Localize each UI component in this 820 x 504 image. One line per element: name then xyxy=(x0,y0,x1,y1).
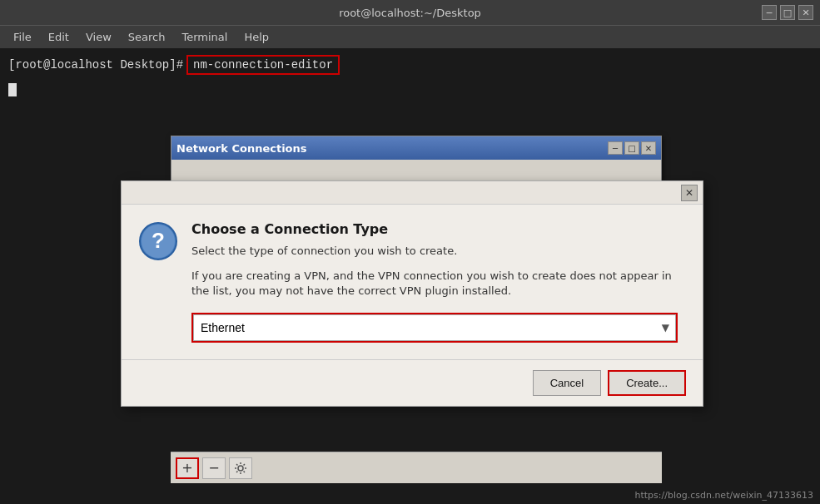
menu-terminal[interactable]: Terminal xyxy=(175,29,234,45)
menu-edit[interactable]: Edit xyxy=(42,29,76,45)
dialog-content: Choose a Connection Type Select the type… xyxy=(191,221,686,343)
connection-type-dropdown-container: Ethernet Wi-Fi Bluetooth DSL Mobile Broa… xyxy=(193,314,676,341)
cancel-button[interactable]: Cancel xyxy=(533,370,601,396)
dialog-description1: Select the type of connection you wish t… xyxy=(191,244,686,259)
dialog-titlebar: ✕ xyxy=(122,181,703,205)
network-minimize-button[interactable]: ─ xyxy=(608,141,623,155)
dialog-title: Choose a Connection Type xyxy=(191,221,686,237)
terminal-cursor xyxy=(8,83,17,96)
network-bottom-toolbar: + − xyxy=(171,452,662,483)
watermark: https://blog.csdn.net/weixin_47133613 xyxy=(634,490,813,501)
network-window-titlebar: Network Connections ─ □ ✕ xyxy=(171,136,661,160)
network-window-title: Network Connections xyxy=(176,142,307,155)
svg-point-3 xyxy=(238,466,243,471)
terminal-close-button[interactable]: ✕ xyxy=(798,5,813,20)
terminal-minimize-button[interactable]: ─ xyxy=(762,5,777,20)
menu-file[interactable]: File xyxy=(7,29,38,45)
terminal-maximize-button[interactable]: □ xyxy=(780,5,795,20)
terminal-prompt-text: [root@localhost Desktop]# xyxy=(8,58,183,72)
terminal-titlebar: root@localhost:~/Desktop ─ □ ✕ xyxy=(0,0,820,25)
menu-view[interactable]: View xyxy=(79,29,118,45)
connection-type-dialog: ✕ ? Choose a Connection Type Select the … xyxy=(121,180,703,407)
terminal-menubar: File Edit View Search Terminal Help xyxy=(0,25,820,48)
terminal-controls: ─ □ ✕ xyxy=(762,5,813,20)
network-close-button[interactable]: ✕ xyxy=(641,141,656,155)
add-connection-button[interactable]: + xyxy=(176,457,199,479)
terminal-prompt-line: [root@localhost Desktop]# nm-connection-… xyxy=(8,55,812,75)
dialog-question-icon: ? xyxy=(138,221,178,261)
dialog-body: ? Choose a Connection Type Select the ty… xyxy=(122,205,703,359)
settings-button[interactable] xyxy=(229,457,252,479)
connection-type-dropdown-wrapper: Ethernet Wi-Fi Bluetooth DSL Mobile Broa… xyxy=(191,313,678,343)
dialog-footer: Cancel Create... xyxy=(122,359,703,406)
menu-help[interactable]: Help xyxy=(237,29,276,45)
network-window-controls: ─ □ ✕ xyxy=(608,141,656,155)
create-button[interactable]: Create... xyxy=(608,370,686,396)
terminal-command: nm-connection-editor xyxy=(186,55,340,75)
connection-type-dropdown[interactable]: Ethernet Wi-Fi Bluetooth DSL Mobile Broa… xyxy=(193,314,676,341)
svg-text:?: ? xyxy=(152,228,165,253)
remove-connection-button[interactable]: − xyxy=(202,457,226,479)
network-maximize-button[interactable]: □ xyxy=(624,141,639,155)
dialog-close-button[interactable]: ✕ xyxy=(681,185,698,201)
menu-search[interactable]: Search xyxy=(122,29,172,45)
terminal-title: root@localhost:~/Desktop xyxy=(339,7,481,19)
dialog-description2: If you are creating a VPN, and the VPN c… xyxy=(191,269,686,299)
